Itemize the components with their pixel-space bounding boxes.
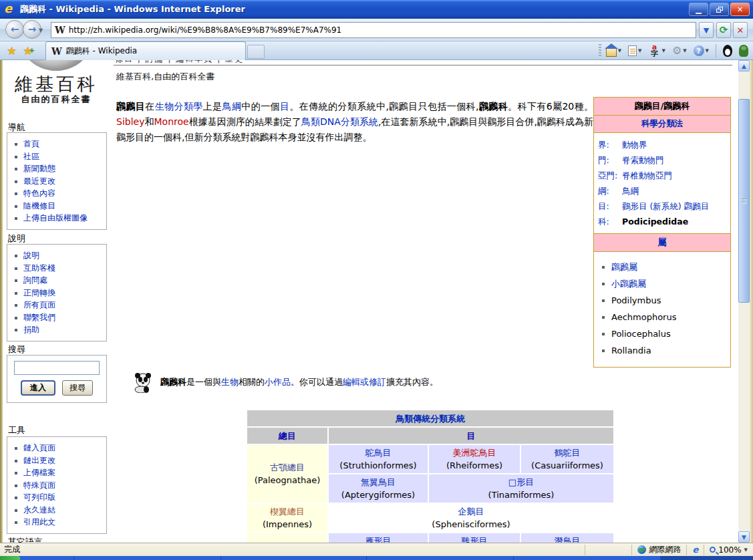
antivirus-addon-button[interactable] bbox=[737, 43, 750, 58]
back-button[interactable]: ← bbox=[5, 20, 24, 39]
genus-name: Podilymbus bbox=[611, 295, 661, 305]
cell-impennes: 楔翼總目(Impennes) bbox=[247, 504, 327, 532]
bullet-icon bbox=[15, 497, 17, 499]
address-dropdown-button[interactable]: ▼ bbox=[699, 22, 714, 38]
cell-paleognathae: 古顎總目(Paleognathae) bbox=[247, 445, 327, 503]
inline-link[interactable]: 目 bbox=[280, 101, 289, 112]
window-title: 鸊鷉科 - Wikipedia - Windows Internet Explo… bbox=[20, 3, 245, 15]
bullet-icon bbox=[602, 266, 605, 269]
translate-button[interactable]: a字▼ bbox=[646, 43, 667, 58]
sidebar-link[interactable]: 上傳檔案 bbox=[23, 468, 55, 477]
sidebar-link[interactable]: 最近更改 bbox=[23, 176, 55, 186]
help-button[interactable]: ?▼ bbox=[692, 43, 711, 58]
tab-active[interactable]: W 鸊鷉科 - Wikipedia bbox=[45, 41, 246, 60]
sidebar-link[interactable]: 鏈入頁面 bbox=[23, 443, 55, 452]
inline-link[interactable]: 鳥綱 bbox=[222, 101, 242, 112]
favorites-star-icon[interactable]: ★ bbox=[7, 44, 17, 57]
genus-item: Aechmophorus bbox=[594, 309, 730, 325]
bird-table-title[interactable]: 鳥類傳統分類系統 bbox=[396, 414, 465, 424]
panda-stub-icon bbox=[132, 372, 154, 393]
scrollbar-thumb[interactable] bbox=[738, 99, 750, 303]
wikipedia-globe-logo[interactable] bbox=[17, 60, 95, 71]
refresh-button[interactable]: ⟳ bbox=[716, 22, 731, 38]
restore-button[interactable] bbox=[710, 3, 729, 16]
sidebar-link[interactable]: 特殊頁面 bbox=[23, 480, 55, 490]
inline-link[interactable]: Sibley bbox=[116, 116, 144, 127]
page-button[interactable]: ▼ bbox=[626, 43, 643, 58]
inline-link[interactable]: 編輯或修訂 bbox=[343, 377, 386, 387]
scroll-up-button[interactable]: ▲ bbox=[738, 60, 750, 72]
sidebar-link[interactable]: 互助客棧 bbox=[23, 263, 55, 273]
sidebar-link[interactable]: 所有頁面 bbox=[23, 300, 55, 309]
inline-text: 是一個與 bbox=[186, 377, 221, 387]
sidebar-link[interactable]: 隨機條目 bbox=[23, 201, 55, 211]
search-input[interactable] bbox=[14, 361, 100, 375]
cell-gaviiformes: 潛鳥目 bbox=[521, 533, 613, 543]
sidebar-link-item: 隨機條目 bbox=[7, 200, 106, 213]
inline-text: 。科下有6屬20種。 bbox=[508, 101, 593, 112]
taxobox: 鸊鷉目/鸊鷉科 科學分類法 界:動物界 門:脊索動物門 亞門:脊椎動物亞門 綱:… bbox=[593, 97, 731, 368]
status-zoom[interactable]: 100% ▼ bbox=[704, 545, 753, 555]
genus-name[interactable]: 鸊鷉屬 bbox=[611, 262, 637, 272]
new-tab-button[interactable] bbox=[247, 45, 265, 59]
tab-favicon: W bbox=[51, 46, 62, 57]
sidebar-link[interactable]: 引用此文 bbox=[23, 517, 55, 527]
start-button-sliver[interactable] bbox=[0, 556, 20, 560]
bullet-icon bbox=[15, 168, 17, 170]
wiki-sidebar: 維基百科 自由的百科全書 導航 首頁社區新聞動態最近更改特色內容隨機條目上傳自由… bbox=[3, 60, 114, 543]
navigation-bar: ← → ▼ W http://zh.wikipedia.org/wiki/%E9… bbox=[0, 19, 753, 41]
sidebar-link[interactable]: 新聞動態 bbox=[23, 164, 55, 173]
sidebar-link-item: 上傳檔案 bbox=[7, 466, 106, 479]
inline-text: 。在傳統的分類系統中,鸊鷉目只包括一個科, bbox=[289, 101, 478, 112]
genus-name: Poliocephalus bbox=[611, 329, 671, 339]
inline-link[interactable]: 小作品 bbox=[265, 377, 291, 387]
vertical-scrollbar[interactable]: ▲ ▼ bbox=[738, 60, 750, 543]
inline-link[interactable]: 鳥類DNA分類系統 bbox=[301, 116, 378, 127]
inline-link[interactable]: Monroe bbox=[154, 116, 189, 127]
sidebar-link[interactable]: 永久連結 bbox=[23, 505, 55, 515]
article-paragraph: 鸊鷉目在生物分類學上是鳥綱中的一個目。在傳統的分類系統中,鸊鷉目只包括一個科,鸊… bbox=[116, 99, 593, 145]
tools-button[interactable]: ⚙▼ bbox=[670, 43, 689, 58]
sidebar-link[interactable]: 首頁 bbox=[23, 139, 39, 148]
add-favorite-icon[interactable]: ★+ bbox=[23, 44, 33, 57]
taskbar-sliver[interactable] bbox=[0, 556, 753, 560]
sidebar-link-item: 首頁 bbox=[7, 138, 106, 150]
scroll-down-button[interactable]: ▼ bbox=[738, 531, 750, 543]
minimize-button[interactable]: ▁ bbox=[689, 3, 708, 16]
taskbar-active-window[interactable] bbox=[660, 556, 753, 560]
sidebar-link[interactable]: 聯繫我們 bbox=[23, 313, 55, 322]
qq-addon-button[interactable] bbox=[721, 43, 734, 58]
wiki-logo-title[interactable]: 維基百科 bbox=[3, 72, 110, 96]
cell-tinamiformes: □形目(Tinamiformes) bbox=[429, 474, 613, 503]
toolbar-grip[interactable] bbox=[599, 44, 601, 57]
sidebar-link[interactable]: 鏈出更改 bbox=[23, 456, 55, 465]
sidebar-link[interactable]: 可列印版 bbox=[23, 493, 55, 502]
sidebar-link[interactable]: 說明 bbox=[23, 251, 39, 260]
zoom-dropdown-icon[interactable]: ▼ bbox=[744, 547, 748, 553]
sidebar-link[interactable]: 社區 bbox=[23, 152, 39, 161]
sidebar-link[interactable]: 正簡轉換 bbox=[23, 288, 55, 297]
inline-link[interactable]: 生物 bbox=[221, 377, 239, 387]
url-text[interactable]: http://zh.wikipedia.org/wiki/%E9%B8%8A%E… bbox=[69, 25, 341, 35]
sidebar-link[interactable]: 捐助 bbox=[23, 325, 39, 334]
close-button[interactable]: ✕ bbox=[730, 3, 750, 16]
inline-link[interactable]: 生物分類學 bbox=[155, 101, 203, 112]
sidebar-link-item: 鏈出更改 bbox=[7, 454, 106, 467]
stop-button[interactable]: ✕ bbox=[733, 22, 748, 38]
sidebar-link[interactable]: 上傳自由版權圖像 bbox=[23, 213, 88, 223]
status-bar: 完成 網際網路 e 100% ▼ bbox=[0, 543, 753, 556]
genus-name[interactable]: 小鸊鷉屬 bbox=[611, 279, 646, 289]
status-zone: 網際網路 bbox=[631, 545, 686, 555]
search-button[interactable]: 搜尋 bbox=[62, 380, 93, 396]
address-bar[interactable]: W http://zh.wikipedia.org/wiki/%E9%B8%8A… bbox=[51, 22, 696, 38]
sidebar-link[interactable]: 特色內容 bbox=[23, 188, 55, 198]
go-button[interactable]: 進入 bbox=[21, 380, 55, 396]
article-tabs-clipped: 條目 | 討論 | 編輯本頁 | 歷史 bbox=[115, 60, 583, 65]
sidebar-link[interactable]: 詢問處 bbox=[23, 275, 47, 285]
taxobox-classification-heading[interactable]: 科學分類法 bbox=[594, 116, 730, 133]
col-header-superorder: 總目 bbox=[247, 428, 327, 444]
home-button[interactable]: ▼ bbox=[604, 43, 623, 58]
cell-anseriformes: 雁形目 bbox=[329, 533, 428, 543]
site-subtitle: 維基百科,自由的百科全書 bbox=[116, 71, 214, 83]
history-dropdown-icon[interactable]: ▼ bbox=[39, 27, 43, 33]
